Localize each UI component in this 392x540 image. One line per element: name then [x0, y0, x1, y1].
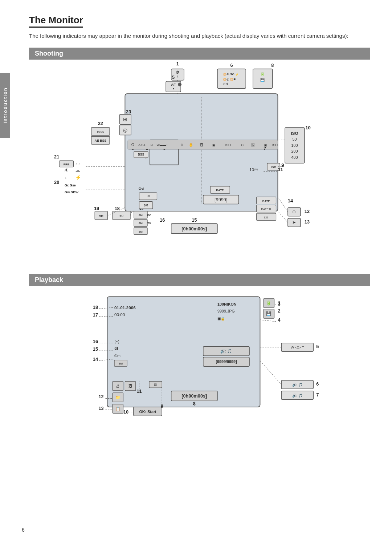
playback-diagram: 01.01.2006 00:00 100NIKON 9999.JPG ▣🔒 🔋 … — [29, 286, 370, 442]
svg-text:17: 17 — [93, 312, 98, 318]
svg-text:⊙: ⊙ — [241, 143, 244, 146]
svg-text:TV: TV — [147, 222, 151, 225]
svg-text:OK: Start: OK: Start — [139, 409, 156, 414]
svg-text:00:00: 00:00 — [114, 312, 125, 317]
svg-text:⁘⁘: ⁘⁘ — [75, 162, 81, 166]
svg-text:Gc Gse: Gc Gse — [65, 183, 76, 187]
svg-text:6M: 6M — [139, 213, 143, 217]
svg-text:5: 5 — [172, 74, 175, 80]
svg-text:Z: Z — [177, 75, 178, 77]
svg-text:Gvi GBW: Gvi GBW — [65, 190, 79, 194]
svg-text:1: 1 — [176, 61, 179, 66]
svg-text:6M: 6M — [139, 222, 143, 225]
svg-text:DATE⚙: DATE⚙ — [261, 207, 271, 211]
svg-line-116 — [278, 197, 287, 211]
svg-text:⊕: ⊕ — [180, 142, 183, 146]
svg-text:W▬▬T: W▬▬T — [157, 143, 168, 146]
intro-text: The following indicators may appear in t… — [29, 32, 370, 40]
svg-text:🖼: 🖼 — [114, 346, 118, 351]
svg-text:19: 19 — [94, 206, 99, 211]
svg-text:🔊: 🎵: 🔊: 🎵 — [220, 349, 232, 354]
page-number: 6 — [22, 527, 25, 533]
svg-text:VR: VR — [99, 214, 104, 217]
svg-text:6: 6 — [230, 62, 233, 68]
svg-text:◎: ◎ — [123, 127, 127, 133]
svg-text:[9999]: [9999] — [215, 197, 227, 202]
svg-text:20: 20 — [54, 179, 59, 185]
svg-text:±0: ±0 — [146, 194, 150, 198]
svg-text:23: 23 — [126, 109, 131, 114]
svg-text:[9999/9999]: [9999/9999] — [216, 359, 237, 364]
svg-text:21: 21 — [54, 154, 59, 160]
svg-line-160 — [274, 304, 276, 305]
svg-text:12: 12 — [98, 394, 103, 399]
svg-text:🔆AUTO ⚡: 🔆AUTO ⚡ — [223, 72, 239, 76]
svg-text:9999.JPG: 9999.JPG — [217, 309, 235, 313]
svg-text:Gvi: Gvi — [139, 186, 144, 190]
svg-text:⊞: ⊞ — [123, 117, 127, 122]
svg-text:100: 100 — [291, 143, 298, 147]
svg-text:13: 13 — [98, 405, 103, 411]
svg-line-112 — [278, 211, 287, 222]
page-title: The Monitor — [29, 15, 83, 28]
svg-text:11: 11 — [278, 167, 283, 172]
svg-text:🖨: 🖨 — [116, 384, 120, 388]
svg-text:💾: 💾 — [266, 311, 271, 316]
svg-text:☁: ☁ — [75, 168, 80, 173]
svg-line-88 — [130, 211, 132, 215]
svg-text:🖼: 🖼 — [251, 143, 254, 146]
svg-text:▣: ▣ — [212, 143, 216, 146]
svg-text:50: 50 — [292, 137, 297, 141]
svg-text:AE BSS: AE BSS — [94, 139, 106, 142]
svg-text:AF: AF — [171, 82, 176, 86]
svg-text:➤: ➤ — [292, 220, 296, 225]
svg-text:◎ ⊕: ◎ ⊕ — [223, 82, 229, 85]
svg-text:6M: 6M — [119, 362, 123, 365]
svg-text:7: 7 — [264, 145, 266, 151]
svg-text:🔊: 🎵: 🔊: 🎵 — [292, 382, 303, 387]
svg-text:±0: ±0 — [119, 213, 123, 217]
svg-text:[0h00m00s]: [0h00m00s] — [181, 226, 207, 231]
svg-text:16: 16 — [93, 338, 98, 344]
svg-text:200: 200 — [291, 149, 298, 153]
svg-text:13: 13 — [305, 219, 310, 225]
svg-text:[0h00m00s]: [0h00m00s] — [181, 393, 207, 399]
svg-text:BSS: BSS — [97, 130, 104, 133]
svg-text:⊙: ⊙ — [292, 209, 296, 214]
svg-text:14: 14 — [93, 356, 98, 362]
svg-text:⏱: ⏱ — [176, 70, 179, 74]
shooting-header: Shooting — [29, 48, 370, 60]
svg-text:400: 400 — [291, 155, 298, 160]
svg-text:☀: ☀ — [64, 168, 69, 173]
svg-text:✋: ✋ — [189, 142, 193, 147]
svg-text:4: 4 — [278, 317, 280, 322]
svg-text:PRE: PRE — [64, 162, 69, 166]
svg-line-172 — [260, 360, 281, 384]
svg-text:ISO: ISO — [225, 143, 231, 146]
svg-text:🔊: 🎵: 🔊: 🎵 — [292, 393, 303, 398]
svg-text:PC: PC — [147, 213, 151, 217]
svg-text:10: 10 — [306, 125, 311, 130]
svg-text:14: 14 — [288, 198, 293, 203]
side-tab-label: Introduction — [3, 87, 8, 124]
svg-text:ISO: ISO — [272, 143, 278, 146]
svg-text:6: 6 — [316, 381, 319, 387]
svg-text:15: 15 — [93, 346, 98, 352]
svg-text:☺: ☺ — [150, 142, 154, 146]
side-tab: Introduction — [0, 73, 10, 138]
svg-text:18: 18 — [93, 304, 98, 310]
svg-text:22: 22 — [98, 121, 103, 126]
shooting-diagram: ⏱ Z 1 BSS AE BSS 22 23 ⊞ ◎ AF ● 5 — [29, 60, 370, 263]
svg-text:W ◁▷ T: W ◁▷ T — [291, 345, 304, 349]
svg-text:O: O — [131, 142, 134, 146]
svg-text:100NIKON: 100NIKON — [217, 302, 237, 306]
svg-text:©m: ©m — [114, 353, 121, 358]
svg-text:⚡: ⚡ — [75, 174, 82, 180]
svg-text:💾: 💾 — [260, 77, 265, 82]
svg-point-20 — [178, 82, 181, 86]
svg-text:123: 123 — [264, 215, 269, 219]
svg-text:3M: 3M — [139, 230, 143, 233]
svg-text:ISO: ISO — [271, 165, 276, 169]
svg-text:🖼: 🖼 — [128, 384, 132, 388]
svg-text:🔋: 🔋 — [266, 300, 271, 305]
